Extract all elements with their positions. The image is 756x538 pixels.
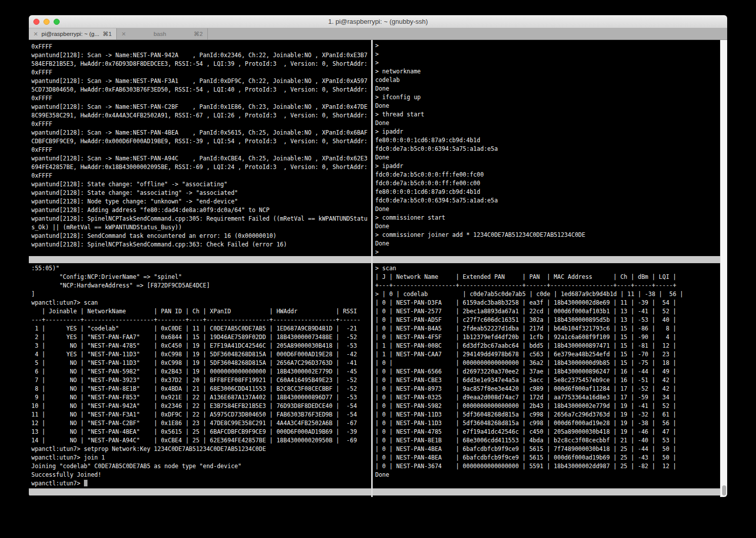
tab-label: bash [129, 31, 191, 37]
tab-label: pi@raspberrypi: ~ (g... [41, 31, 100, 37]
status-bar-wpantund: 0 wpantund [29, 256, 371, 263]
terminal-output: :55:05)" "Config:NCP:DriverName" => "spi… [31, 264, 371, 479]
pane-ncp-joiner[interactable]: :55:05)" "Config:NCP:DriverName" => "spi… [29, 263, 371, 488]
status-label: 4 FTD Joiner [403, 495, 444, 497]
close-tab-icon[interactable]: ✕ [121, 31, 126, 37]
tab-ssh-session[interactable]: ✕ pi@raspberrypi: ~ (g... ⌘1 [29, 28, 117, 39]
tab-bar-filler [208, 28, 727, 39]
pane-divider[interactable] [371, 40, 373, 497]
terminal-content: 0xFFFF wpantund[2128]: Scan -> Name:NEST… [29, 40, 727, 497]
status-bar-ftd-commissioner: 3 FTD Commissioner [373, 256, 720, 263]
pane-ftd-joiner[interactable]: > scan | J | Network Name | Extended PAN… [373, 263, 720, 488]
window-title: 1. pi@raspberrypi: ~ (gnubby-ssh) [29, 15, 727, 28]
pane-wpantund-log[interactable]: 0xFFFF wpantund[2128]: Scan -> Name:NEST… [29, 40, 371, 256]
text-cursor [84, 480, 87, 486]
status-bar-ncp-joiner: 1 NCP Joiner [29, 488, 371, 495]
shell-prompt: wpanctl:utun7> [31, 480, 84, 487]
terminal-window: 1. pi@raspberrypi: ~ (gnubby-ssh) ✕ pi@r… [29, 15, 727, 497]
tab-bash[interactable]: ✕ bash ⌘2 [117, 28, 208, 39]
scrollbar-thumb[interactable] [722, 485, 726, 495]
status-bar-ftd-joiner: 4 FTD Joiner [373, 488, 720, 495]
terminal-output: > scan | J | Network Name | Extended PAN… [375, 264, 720, 479]
tab-bar: ✕ pi@raspberrypi: ~ (g... ⌘1 ✕ bash ⌘2 [29, 28, 727, 40]
close-tab-icon[interactable]: ✕ [33, 31, 38, 37]
status-label: 1 NCP Joiner [59, 495, 101, 497]
pane-ftd-commissioner[interactable]: > > > > networkname codelab Done > ifcon… [373, 40, 720, 256]
scrollbar[interactable] [720, 40, 727, 497]
tab-shortcut: ⌘1 [103, 30, 112, 37]
prompt-line: wpanctl:utun7> [31, 479, 371, 488]
terminal-output: > > > > networkname codelab Done > ifcon… [375, 42, 720, 256]
tab-shortcut: ⌘2 [194, 30, 203, 37]
terminal-output: 0xFFFF wpantund[2128]: Scan -> Name:NEST… [31, 43, 371, 249]
window-titlebar[interactable]: 1. pi@raspberrypi: ~ (gnubby-ssh) [29, 15, 727, 28]
